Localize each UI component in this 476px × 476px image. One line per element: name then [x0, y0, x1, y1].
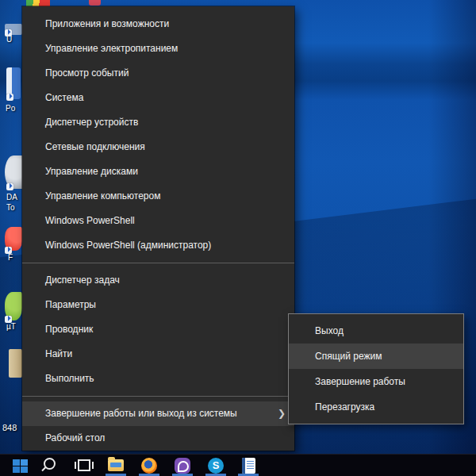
menu-item-system[interactable]: Система — [22, 86, 294, 110]
desktop-icon-chart-sliver[interactable] — [26, 0, 50, 6]
desktop-icon-da-label-1: DA — [6, 193, 17, 202]
desktop-icon-u[interactable] — [5, 24, 22, 35]
submenu-item-restart[interactable]: Перезагрузка — [289, 394, 463, 420]
desktop-icon-da-label-2: To — [6, 203, 15, 212]
desktop-icon-da[interactable] — [5, 155, 22, 189]
submenu-item-sleep[interactable]: Спящий режим — [289, 344, 463, 369]
menu-item-shutdown-signout-label: Завершение работы или выход из системы — [45, 408, 237, 419]
winx-menu: Приложения и возможности Управление элек… — [22, 6, 294, 451]
menu-item-disk-management[interactable]: Управление дисками — [22, 159, 294, 184]
shortcut-badge-icon — [6, 94, 13, 101]
menu-item-desktop[interactable]: Рабочий стол — [22, 426, 294, 451]
desktop-icon-utorrent[interactable] — [5, 292, 22, 321]
submenu-item-sign-out[interactable]: Выход — [289, 318, 463, 344]
menu-item-powershell[interactable]: Windows PowerShell — [22, 209, 294, 233]
viber-icon — [175, 458, 190, 474]
taskbar-search-button[interactable] — [40, 456, 60, 475]
firefox-icon — [141, 458, 157, 474]
menu-item-apps-features[interactable]: Приложения и возможности — [22, 12, 294, 36]
taskbar-word-button[interactable] — [238, 456, 259, 475]
menu-item-settings[interactable]: Параметры — [22, 293, 294, 317]
menu-item-powershell-admin[interactable]: Windows PowerShell (администратор) — [22, 233, 294, 258]
menu-item-search[interactable]: Найти — [22, 342, 294, 367]
desktop-icon-u-label: U — [6, 35, 12, 44]
taskbar-firefox-button[interactable] — [139, 456, 159, 475]
skype-icon: S — [208, 458, 224, 474]
menu-item-shutdown-signout[interactable]: Завершение работы или выход из системы ❯ — [22, 401, 294, 426]
menu-item-event-viewer[interactable]: Просмотр событий — [22, 61, 294, 86]
menu-item-run[interactable]: Выполнить — [22, 367, 294, 391]
menu-item-computer-management[interactable]: Управление компьютером — [22, 184, 294, 209]
menu-separator — [22, 396, 294, 397]
word-document-icon — [242, 458, 255, 474]
submenu-item-shut-down[interactable]: Завершение работы — [289, 369, 463, 394]
desktop-icon-f-label: F — [8, 253, 13, 262]
desktop-icon-po[interactable] — [6, 67, 21, 99]
taskbar-file-explorer-button[interactable] — [106, 456, 126, 475]
taskbar-viber-button[interactable] — [172, 456, 193, 475]
menu-item-device-manager[interactable]: Диспетчер устройств — [22, 110, 294, 135]
submenu-chevron-icon: ❯ — [278, 401, 286, 426]
desktop-icon-po-label: Po — [6, 104, 15, 113]
desktop-icon-utorrent-label: µT — [6, 322, 16, 331]
desktop-icon-848-label: 848 — [2, 423, 17, 432]
search-icon — [44, 458, 56, 470]
task-view-icon — [78, 459, 90, 471]
desktop-icon-f[interactable] — [5, 227, 22, 251]
shortcut-badge-icon — [6, 183, 13, 190]
start-button[interactable] — [5, 456, 25, 475]
taskbar-skype-button[interactable]: S — [205, 456, 226, 475]
folder-icon — [108, 459, 124, 471]
menu-separator — [22, 263, 294, 263]
taskbar: S — [0, 454, 476, 476]
desktop-icon-red-sliver[interactable] — [89, 0, 101, 6]
windows-logo-icon — [13, 459, 29, 474]
menu-item-power-options[interactable]: Управление электропитанием — [22, 36, 294, 61]
task-view-button[interactable] — [73, 456, 94, 475]
menu-item-task-manager[interactable]: Диспетчер задач — [22, 268, 294, 293]
desktop-icon-beige[interactable] — [9, 349, 22, 378]
shutdown-submenu: Выход Спящий режим Завершение работы Пер… — [288, 313, 464, 424]
menu-item-network-connections[interactable]: Сетевые подключения — [22, 135, 294, 159]
menu-item-file-explorer[interactable]: Проводник — [22, 317, 294, 342]
